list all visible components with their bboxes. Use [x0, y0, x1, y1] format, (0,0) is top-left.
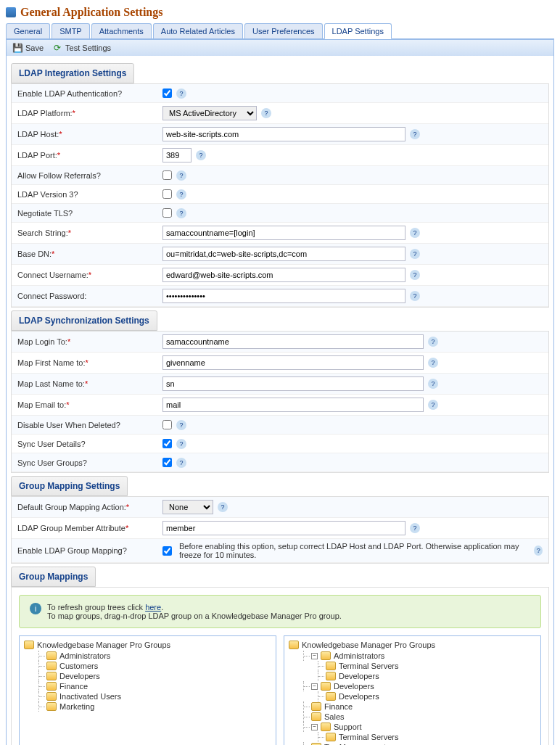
tree-root[interactable]: Knowledgebase Manager Pro Groups — [289, 641, 536, 649]
folder-icon — [24, 641, 34, 649]
tree-item[interactable]: Customers — [38, 661, 271, 671]
app-icon — [6, 7, 16, 17]
tls-label: Negotiate TLS? — [17, 209, 162, 218]
map-first-input[interactable] — [162, 355, 424, 370]
section-group-mappings: Group Mappings — [11, 567, 96, 587]
tree-item[interactable]: Top Management — [303, 742, 536, 745]
tree-item[interactable]: −Developers — [303, 681, 536, 691]
page-title: General Application Settings — [6, 6, 554, 19]
save-button[interactable]: 💾Save — [12, 43, 44, 53]
left-tree: Knowledgebase Manager Pro Groups Adminis… — [19, 635, 276, 745]
tree-item[interactable]: Finance — [303, 701, 536, 712]
help-icon[interactable]: ? — [176, 208, 186, 218]
tree-item[interactable]: Inactivated Users — [38, 691, 271, 701]
help-icon[interactable]: ? — [410, 228, 420, 238]
tab-attachments[interactable]: Attachments — [91, 23, 152, 38]
sync-details-checkbox[interactable] — [162, 439, 172, 448]
action-select[interactable]: None — [162, 500, 213, 514]
pwd-label: Connect Password: — [17, 292, 162, 300]
platform-select[interactable]: MS ActiveDirectory — [162, 106, 257, 120]
v3-checkbox[interactable] — [162, 189, 172, 199]
tab-general[interactable]: General — [6, 23, 50, 38]
tree-root[interactable]: Knowledgebase Manager Pro Groups — [24, 641, 271, 649]
tree-item[interactable]: Sales — [303, 712, 536, 722]
tree-item[interactable]: −Support — [303, 722, 536, 732]
help-icon[interactable]: ? — [428, 379, 438, 389]
map-email-input[interactable] — [162, 398, 424, 412]
section-ldap-integration: LDAP Integration Settings — [11, 63, 134, 83]
tabs: General SMTP Attachments Auto Related Ar… — [6, 23, 554, 39]
disable-user-label: Disable User When Deleted? — [17, 421, 162, 429]
map-last-input[interactable] — [162, 376, 424, 391]
tree-item[interactable]: −Administrators — [303, 651, 536, 661]
help-icon[interactable]: ? — [410, 249, 420, 259]
tab-ldap[interactable]: LDAP Settings — [324, 23, 392, 39]
collapse-icon[interactable]: − — [311, 724, 318, 730]
basedn-input[interactable] — [162, 247, 405, 261]
help-icon[interactable]: ? — [410, 129, 420, 139]
section-group-mapping: Group Mapping Settings — [11, 476, 128, 496]
help-icon[interactable]: ? — [176, 420, 186, 430]
refresh-link[interactable]: here — [145, 603, 161, 612]
user-label: Connect Username: — [17, 271, 88, 279]
port-input[interactable] — [162, 148, 192, 162]
disable-user-checkbox[interactable] — [162, 420, 172, 429]
help-icon[interactable]: ? — [261, 108, 271, 118]
tab-user-prefs[interactable]: User Preferences — [244, 23, 323, 38]
help-icon[interactable]: ? — [428, 358, 438, 368]
referrals-label: Allow Follow Referrals? — [17, 171, 162, 180]
enable-ldap-label: Enable LDAP Authentication? — [17, 89, 162, 98]
tree-item[interactable]: Developers — [318, 691, 536, 701]
tree-item[interactable]: Terminal Servers — [318, 661, 536, 671]
tree-item[interactable]: Developers — [38, 671, 271, 681]
help-icon[interactable]: ? — [196, 150, 206, 160]
folder-icon — [46, 682, 57, 691]
enable-mapping-note: Before enabling this option, setup corre… — [179, 542, 530, 559]
tls-checkbox[interactable] — [162, 208, 172, 218]
help-icon[interactable]: ? — [176, 458, 186, 468]
right-tree: Knowledgebase Manager Pro Groups −Admini… — [284, 635, 541, 745]
help-icon[interactable]: ? — [176, 189, 186, 199]
help-icon[interactable]: ? — [428, 337, 438, 347]
user-input[interactable] — [162, 268, 405, 282]
map-login-label: Map Login To: — [17, 337, 67, 346]
sync-groups-checkbox[interactable] — [162, 458, 172, 467]
section-ldap-sync: LDAP Synchronization Settings — [11, 310, 157, 331]
help-icon[interactable]: ? — [410, 523, 420, 533]
help-icon[interactable]: ? — [176, 170, 186, 181]
tree-item[interactable]: Administrators — [38, 651, 271, 661]
host-input[interactable] — [162, 127, 405, 141]
folder-icon — [326, 672, 336, 680]
folder-icon — [311, 712, 321, 721]
pwd-input[interactable] — [162, 289, 405, 303]
help-icon[interactable]: ? — [410, 270, 420, 280]
search-label: Search String: — [17, 229, 68, 237]
tab-auto-related[interactable]: Auto Related Articles — [153, 23, 243, 38]
help-icon[interactable]: ? — [410, 291, 420, 301]
help-icon[interactable]: ? — [218, 502, 228, 512]
tree-item[interactable]: Terminal Servers — [318, 732, 536, 742]
test-settings-button[interactable]: ⟳Test Settings — [52, 43, 111, 53]
attr-input[interactable] — [162, 521, 405, 535]
map-last-label: Map Last Name to: — [17, 379, 85, 388]
map-login-input[interactable] — [162, 334, 424, 349]
help-icon[interactable]: ? — [176, 89, 186, 99]
folder-icon — [46, 702, 57, 711]
tree-item[interactable]: Marketing — [38, 701, 271, 712]
folder-icon — [321, 651, 331, 660]
collapse-icon[interactable]: − — [311, 683, 318, 690]
enable-ldap-checkbox[interactable] — [162, 89, 172, 98]
sync-details-label: Sync User Details? — [17, 440, 162, 448]
enable-mapping-checkbox[interactable] — [162, 546, 172, 556]
help-icon[interactable]: ? — [176, 439, 186, 449]
help-icon[interactable]: ? — [428, 400, 438, 410]
search-input[interactable] — [162, 226, 405, 240]
help-icon[interactable]: ? — [534, 546, 543, 556]
info-icon: i — [30, 603, 41, 614]
map-email-label: Map Email to: — [17, 400, 66, 409]
tree-item[interactable]: Finance — [38, 681, 271, 691]
tab-smtp[interactable]: SMTP — [52, 23, 90, 38]
collapse-icon[interactable]: − — [311, 653, 318, 659]
tree-item[interactable]: Developers — [318, 671, 536, 681]
referrals-checkbox[interactable] — [162, 170, 172, 180]
